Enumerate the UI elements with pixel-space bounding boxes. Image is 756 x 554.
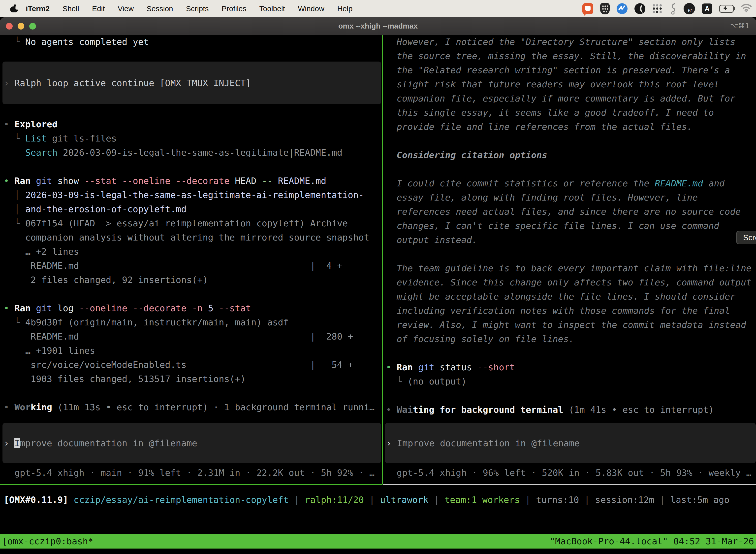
left-pane-separator (0, 484, 382, 485)
terminal-line: companion analysis without altering the … (4, 230, 375, 244)
terminal-line (386, 346, 752, 360)
menu-item-profiles[interactable]: Profiles (215, 4, 253, 13)
menu-item-scripts[interactable]: Scripts (180, 4, 215, 13)
terminal-line: the source tree, missing the essay. Stil… (386, 49, 752, 63)
terminal-line: • Ran git log --oneline --decorate -n 5 … (4, 301, 375, 315)
right-prompt-input[interactable]: › Improve documentation in @filename (385, 423, 756, 463)
terminal-line: › Ralph loop active continue [OMX_TMUX_I… (4, 76, 251, 90)
terminal-line: I could cite commit statistics or refere… (386, 176, 752, 190)
tmux-host-clock: "MacBook-Pro-44.local" 04:52 31-Mar-26 (550, 534, 754, 548)
right-pane-separator (383, 484, 756, 485)
terminal-line: provide file and line references from th… (386, 120, 752, 134)
terminal-line: the "Related research writing" section i… (386, 63, 752, 77)
pane-divider[interactable] (382, 35, 383, 485)
apple-menu-icon[interactable] (10, 4, 18, 14)
terminal-line: evidence. Since this change only affects… (386, 275, 752, 289)
window-shortcut-hint: ⌥⌘1 (730, 17, 750, 35)
terminal-line (386, 388, 752, 403)
counter-icon[interactable]: ..61 (684, 3, 695, 14)
battery-icon[interactable] (719, 5, 734, 13)
keyboard-layout-label: A (705, 5, 710, 13)
terminal-line: • Working (11m 13s • esc to interrupt) ·… (4, 400, 375, 414)
menu-item-view[interactable]: View (111, 4, 140, 13)
terminal-line: including verification notes with those … (386, 303, 752, 318)
squiggle-icon[interactable] (669, 3, 677, 15)
right-session-status: gpt-5.4 xhigh · 96% left · 520K in · 5.8… (386, 466, 752, 480)
terminal-line (4, 386, 375, 400)
terminal-line (386, 247, 752, 261)
terminal-line: • Explored (4, 117, 375, 131)
terminal-line: src/voice/voiceModeEnabled.ts | 54 + (4, 358, 375, 372)
menu-status-icons: ..61 A (582, 0, 752, 17)
terminal-line: README.md | 280 + (4, 329, 375, 343)
terminal-line: • Waiting for background terminal (1m 41… (386, 403, 752, 417)
menu-item-help[interactable]: Help (331, 4, 359, 13)
terminal-line: references need actual files, and since … (386, 205, 752, 219)
macos-menu-bar: iTerm2ShellEditViewSessionScriptsProfile… (0, 0, 756, 17)
terminal-line (386, 162, 752, 176)
tmux-status-bar: [omx-cczip0:bash* "MacBook-Pro-44.local"… (0, 534, 756, 549)
terminal-line: might be acceptable alongside the file l… (386, 289, 752, 303)
screen-share-toast-label: Scre (743, 233, 756, 242)
crescent-icon[interactable] (634, 3, 645, 14)
terminal-line: └ No agents completed yet (4, 35, 149, 49)
terminal-line: • Ran git status --short (386, 360, 752, 374)
terminal-line: … +2 lines (4, 244, 375, 259)
blue-badge-icon[interactable] (617, 3, 628, 14)
terminal-line: 1903 files changed, 513517 insertions(+) (4, 372, 375, 386)
terminal-line: │ and-the-erosion-of-copyleft.md (4, 202, 375, 216)
terminal-line: slight risk that future readers may over… (386, 77, 752, 91)
terminal-line: [OMX#0.11.9] cczip/essay/ai-reimplementa… (4, 493, 730, 507)
menu-item-toolbelt[interactable]: Toolbelt (253, 4, 292, 13)
terminal-line: The team guideline is to back every impo… (386, 261, 752, 275)
left-prompt-input[interactable]: › Improve documentation in @filename (2, 423, 381, 463)
left-session-status: gpt-5.4 xhigh · main · 91% left · 2.31M … (4, 466, 375, 480)
keyboard-layout-icon[interactable]: A (702, 3, 712, 14)
terminal-line: companion file, especially if more comme… (386, 91, 752, 106)
terminal-line: › Improve documentation in @filename (386, 436, 580, 450)
shield-grid-icon[interactable] (600, 3, 610, 14)
terminal-line: • Ran git show --stat --oneline --decora… (4, 174, 375, 188)
window-title-bar[interactable]: omx --xhigh --madmax ⌥⌘1 (0, 17, 756, 35)
terminal-line: README.md | 4 + (4, 259, 375, 273)
terminal-line (386, 134, 752, 148)
terminal-line: Search 2026-03-09-is-legal-the-same-as-l… (4, 146, 375, 160)
terminal-line: └ List git ls-files (4, 131, 375, 146)
left-pane-transcript: • Explored └ List git ls-files Search 20… (4, 117, 375, 414)
terminal-line: … +1901 lines (4, 343, 375, 358)
terminal-line: gpt-5.4 xhigh · 96% left · 520K in · 5.8… (386, 466, 752, 480)
screenshot-app-icon[interactable] (582, 3, 593, 14)
terminal-line: › Improve documentation in @filename (4, 436, 197, 450)
menu-item-edit[interactable]: Edit (85, 4, 111, 13)
terminal-line: gpt-5.4 xhigh · main · 91% left · 2.31M … (4, 466, 375, 480)
terminal-line: └ 067f154 (HEAD -> essay/ai-reimplementa… (4, 216, 375, 230)
terminal-line: essay file, along with finding root file… (386, 190, 752, 205)
terminal-line (4, 287, 375, 301)
terminal-line: review. Also, I might want to inspect th… (386, 318, 752, 332)
menu-item-app[interactable]: iTerm2 (18, 4, 56, 13)
menu-item-window[interactable]: Window (292, 4, 331, 13)
terminal-line: Considering citation options (386, 148, 752, 162)
left-pane-intro: └ No agents completed yet (4, 35, 149, 49)
omx-status-line: [OMX#0.11.9] cczip/essay/ai-reimplementa… (4, 493, 730, 507)
dots-grid-icon[interactable] (652, 4, 662, 14)
right-pane-transcript: However, I noticed the "Directory Struct… (386, 35, 752, 417)
terminal-line: changes, I can't cite specific file line… (386, 219, 752, 233)
terminal-line: └ 4b9d30f (origin/main, instructkr/main,… (4, 315, 375, 329)
left-queued-message-box[interactable]: › Ralph loop active continue [OMX_TMUX_I… (2, 62, 381, 104)
terminal-line: of focusing solely on file lines. (386, 332, 752, 346)
tmux-session-name[interactable]: [omx-cczip0:bash* (2, 534, 93, 548)
menu-item-session[interactable]: Session (140, 4, 180, 13)
terminal-line: └ (no output) (386, 374, 752, 388)
terminal-line: this single essay, it seems like a good … (386, 106, 752, 120)
terminal-line: 2 files changed, 92 insertions(+) (4, 273, 375, 287)
terminal-line (4, 160, 375, 174)
terminal-line: However, I noticed the "Directory Struct… (386, 35, 752, 49)
window-title: omx --xhigh --madmax (0, 17, 756, 35)
counter-label: ..61 (685, 8, 693, 13)
wifi-icon[interactable] (741, 3, 752, 14)
menu-item-shell[interactable]: Shell (56, 4, 85, 13)
screen-share-toast[interactable]: Scre (736, 231, 756, 244)
screen: iTerm2ShellEditViewSessionScriptsProfile… (0, 0, 756, 554)
menu-items: iTerm2ShellEditViewSessionScriptsProfile… (18, 4, 359, 13)
